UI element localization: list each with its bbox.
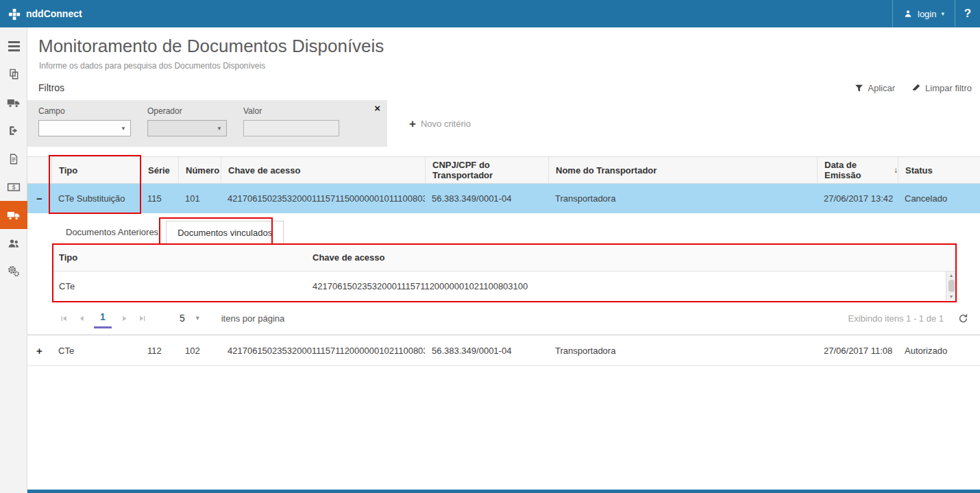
expander-column-header [27, 157, 51, 183]
sidebar-item-menu[interactable] [0, 32, 27, 60]
user-icon [903, 9, 913, 19]
apply-filter-button[interactable]: Aplicar [855, 83, 895, 93]
filter-zone: Campo ▼ Operador ▼ Valor × [27, 100, 980, 147]
brand[interactable]: nddConnect [0, 8, 82, 21]
grid-header-row: Tipo Série Número Chave de acesso CNPJ/C… [27, 156, 980, 184]
chevron-down-icon: ▾ [941, 10, 944, 17]
vertical-scrollbar[interactable]: ▲ ▼ [946, 272, 956, 300]
sidebar-item-billing[interactable]: $ [0, 173, 27, 201]
column-header-status[interactable]: Status [898, 157, 980, 183]
sidebar-item-users[interactable] [0, 229, 27, 257]
column-header-numero[interactable]: Número [178, 157, 221, 183]
logout-icon [8, 124, 21, 137]
previous-page-button[interactable] [73, 309, 90, 327]
file-icon [8, 153, 20, 165]
sub-grid-header-row: Tipo Chave de acesso [53, 244, 956, 272]
arrow-left-icon [77, 314, 86, 323]
column-header-chave[interactable]: Chave de acesso [221, 157, 425, 183]
tab-documentos-anteriores[interactable]: Documentos Anteriores [58, 221, 166, 244]
seek-first-icon [60, 314, 69, 323]
clear-filter-button[interactable]: Limpar filtro [911, 83, 972, 93]
menu-icon [8, 41, 20, 51]
cell-status: Cancelado [898, 193, 980, 204]
cell-status: Autorizado [898, 346, 980, 356]
cell-nome: Transportadora [548, 193, 817, 204]
cell-chave: 4217061502353200011157115000000101110080… [221, 193, 425, 204]
page-header: Monitoramento de Documentos Disponíveis … [27, 27, 980, 71]
sidebar-item-documents[interactable] [0, 60, 27, 88]
sidebar-item-reports[interactable] [0, 145, 27, 173]
plus-icon: + [409, 118, 416, 130]
first-page-button[interactable] [55, 309, 73, 327]
clear-filter-label: Limpar filtro [925, 83, 972, 93]
cell-serie: 112 [140, 346, 178, 356]
detail-pager: 1 5 ▼ itens por página Exibin [55, 305, 980, 331]
scroll-up-icon[interactable]: ▲ [949, 272, 954, 279]
cell-serie: 115 [140, 193, 178, 204]
nddconnect-logo-icon [8, 8, 21, 21]
help-button[interactable]: ? [955, 0, 980, 27]
money-icon: $ [7, 180, 21, 194]
cell-cnpj: 56.383.349/0001-04 [425, 193, 548, 204]
help-label: ? [964, 7, 971, 21]
current-page-button[interactable]: 1 [94, 308, 112, 328]
column-header-serie[interactable]: Série [140, 157, 178, 183]
truck-icon [7, 96, 21, 110]
column-header-nome[interactable]: Nome do Transportador [548, 157, 817, 183]
sidebar-item-freight-monitor[interactable] [0, 201, 27, 229]
footer-bar [27, 490, 980, 493]
tab-documentos-vinculados[interactable]: Documentos vinculados [166, 221, 284, 244]
new-criterion-label: Novo critério [421, 119, 471, 129]
campo-label: Campo [38, 106, 131, 116]
sub-cell-tipo: CTe [53, 281, 307, 291]
page-size-value: 5 [180, 313, 185, 324]
table-row-cte-substituicao[interactable]: − CTe Substituição 115 101 4217061502353… [27, 184, 980, 213]
funnel-icon [855, 84, 863, 93]
linked-documents-grid: Tipo Chave de acesso CTe 421706150235320… [53, 244, 956, 300]
sub-grid-row[interactable]: CTe 421706150235320001115711200000010211… [53, 272, 956, 300]
cell-tipo: CTe [51, 346, 140, 356]
page-subtitle: Informe os dados para pesquisa dos Docum… [38, 61, 980, 71]
table-row-cte[interactable]: + CTe 112 102 42170615023532000111571120… [27, 335, 980, 366]
column-header-data-emissao[interactable]: Data de Emissão ↓ [817, 157, 898, 183]
scroll-down-icon[interactable]: ▼ [949, 293, 954, 300]
page-title: Monitoramento de Documentos Disponíveis [38, 36, 980, 56]
expand-row-button[interactable]: + [27, 345, 51, 357]
dropdown-arrow-icon: ▼ [121, 125, 126, 132]
sidebar-item-delivery[interactable] [0, 88, 27, 117]
valor-input[interactable] [243, 120, 339, 136]
filters-title: Filtros [38, 82, 64, 93]
remove-criterion-button[interactable]: × [374, 104, 380, 113]
cell-numero: 102 [178, 346, 221, 356]
operador-select[interactable]: ▼ [147, 120, 227, 136]
column-header-cnpj[interactable]: CNPJ/CPF do Transportador [425, 157, 548, 183]
dropdown-arrow-icon: ▼ [217, 125, 222, 132]
login-menu[interactable]: login ▾ [892, 0, 955, 27]
eraser-icon [911, 83, 921, 93]
brand-name: nddConnect [26, 8, 82, 19]
page-size-select[interactable]: 5 ▼ [180, 313, 201, 324]
svg-text:$: $ [12, 183, 16, 190]
arrow-right-icon [120, 314, 129, 323]
scrollbar-thumb[interactable] [948, 280, 955, 292]
sub-column-header-chave[interactable]: Chave de acesso [307, 252, 956, 263]
new-criterion-button[interactable]: + Novo critério [409, 100, 471, 147]
sidebar-item-export[interactable] [0, 117, 27, 145]
cell-nome: Transportadora [548, 346, 817, 356]
refresh-icon [957, 313, 969, 324]
refresh-button[interactable] [957, 313, 969, 324]
last-page-button[interactable] [133, 309, 151, 327]
documents-grid: Tipo Série Número Chave de acesso CNPJ/C… [27, 156, 980, 366]
cell-tipo: CTe Substituição [51, 193, 140, 204]
collapse-row-button[interactable]: − [27, 193, 51, 204]
column-header-tipo[interactable]: Tipo [51, 157, 140, 183]
apply-filter-label: Aplicar [868, 83, 895, 93]
detail-tabs: Documentos Anteriores Documentos vincula… [58, 221, 980, 244]
next-page-button[interactable] [115, 309, 133, 327]
sub-column-header-tipo[interactable]: Tipo [53, 252, 307, 263]
seek-last-icon [138, 314, 147, 323]
campo-select[interactable]: ▼ [38, 120, 131, 136]
sub-cell-chave: 4217061502353200011157112000000102110080… [307, 281, 956, 291]
operador-label: Operador [147, 106, 227, 116]
sidebar-item-settings[interactable] [0, 257, 27, 285]
